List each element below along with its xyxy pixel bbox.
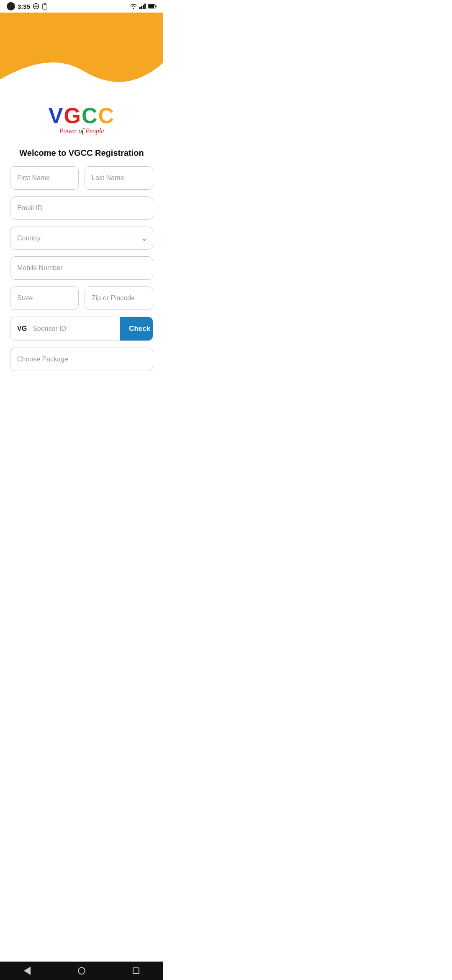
svg-rect-1: [43, 4, 47, 9]
status-left: 3:35: [7, 2, 48, 10]
email-input[interactable]: [10, 196, 153, 220]
name-row: [10, 166, 153, 190]
first-name-input[interactable]: [10, 166, 79, 190]
check-button[interactable]: Check: [120, 317, 153, 340]
svg-rect-8: [149, 5, 154, 8]
registration-form: Country ⌄ VG Check: [0, 162, 163, 379]
logo-tagline-of: of: [78, 127, 83, 134]
camera-cutout: [7, 2, 15, 10]
logo-c1: C: [82, 103, 98, 128]
clipboard-icon: [42, 3, 48, 10]
last-name-input[interactable]: [85, 166, 153, 190]
sponsor-prefix: VG: [10, 317, 29, 340]
svg-rect-6: [144, 4, 146, 9]
state-zip-row: [10, 286, 153, 310]
logo-tagline: Power of People: [59, 127, 104, 135]
wave-background: [0, 13, 163, 96]
country-select[interactable]: Country: [10, 227, 153, 250]
header-wave: [0, 13, 163, 96]
battery-icon: [148, 4, 157, 9]
state-input[interactable]: [10, 286, 79, 310]
status-time: 3:35: [18, 3, 30, 10]
status-bar: 3:35: [0, 0, 163, 13]
choose-package-input[interactable]: [10, 348, 153, 371]
sponsor-id-input[interactable]: [29, 317, 120, 340]
logo-container: VGCC Power of People: [0, 96, 163, 139]
signal-icon: [139, 3, 146, 9]
mobile-number-input[interactable]: [10, 256, 153, 280]
svg-rect-3: [139, 7, 141, 9]
zip-pincode-input[interactable]: [85, 286, 153, 310]
brightness-icon: [33, 3, 39, 10]
svg-rect-5: [143, 5, 144, 9]
wifi-icon: [130, 3, 137, 9]
logo-g: G: [64, 103, 82, 128]
svg-rect-9: [156, 5, 157, 8]
logo-c2: C: [98, 103, 115, 128]
logo-v: V: [49, 103, 64, 128]
welcome-heading: Welcome to VGCC Registration: [0, 139, 163, 162]
svg-rect-4: [141, 6, 142, 9]
logo-letters: VGCC: [49, 105, 115, 126]
sponsor-id-row: VG Check: [10, 317, 153, 341]
status-icons: [130, 3, 157, 9]
country-select-wrapper: Country ⌄: [10, 227, 153, 250]
